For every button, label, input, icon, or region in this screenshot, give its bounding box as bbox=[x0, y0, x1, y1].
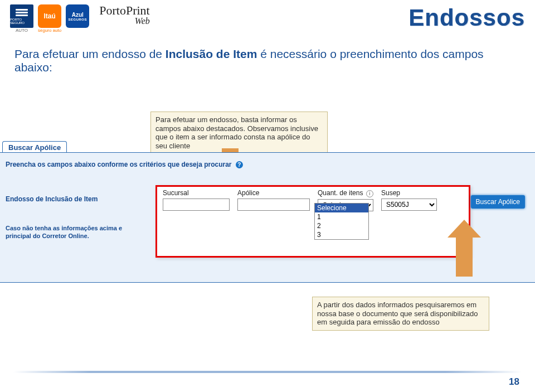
panel-instruction: Preencha os campos abaixo conforme os cr… bbox=[0, 153, 535, 171]
panel-tab[interactable]: Buscar Apólice bbox=[2, 141, 67, 153]
apolice-label: Apólice bbox=[237, 189, 310, 197]
itau-text: Itaú bbox=[38, 4, 61, 28]
panel-instruction-text: Preencha os campos abaixo conforme os cr… bbox=[6, 161, 231, 168]
porto-seguro-sub: AUTO bbox=[16, 28, 28, 33]
porto-seguro-text: PORTO SEGURO bbox=[10, 18, 33, 25]
dropdown-opt-2[interactable]: 2 bbox=[315, 221, 368, 230]
arrow-up-icon bbox=[456, 238, 473, 277]
search-panel: Preencha os campos abaixo conforme os cr… bbox=[0, 152, 535, 283]
callout-bottom: A partir dos dados informados pesquisare… bbox=[312, 297, 489, 331]
panel-hint-1: Caso não tenha as informações acima e bbox=[6, 224, 122, 232]
susep-label: Susep bbox=[381, 189, 437, 197]
portoprint-web: Web bbox=[135, 17, 150, 26]
azul-text: Azul bbox=[72, 12, 84, 18]
azul-sub: SEGUROS bbox=[69, 18, 87, 21]
highlighted-fields: Sucursal Apólice Quant. de itens i Selec… bbox=[155, 185, 470, 258]
quant-dropdown-list[interactable]: Selecione 1 2 3 bbox=[314, 203, 369, 240]
portoprint-text: PortoPrint bbox=[99, 4, 149, 17]
azul-logo: Azul SEGUROS bbox=[66, 4, 89, 28]
itau-sub: seguro auto bbox=[38, 28, 61, 33]
susep-select[interactable]: S5005J bbox=[381, 199, 437, 211]
page-title: Endossos bbox=[408, 4, 525, 31]
instruction-text: Para efetuar um endosso de Inclusão de I… bbox=[0, 36, 535, 78]
itau-logo: Itaú seguro auto bbox=[38, 4, 61, 33]
logo-row: PORTO SEGURO AUTO Itaú seguro auto Azul … bbox=[10, 4, 150, 33]
porto-seguro-logo: PORTO SEGURO AUTO bbox=[10, 4, 33, 33]
buscar-apolice-button[interactable]: Buscar Apólice bbox=[471, 195, 525, 209]
dropdown-opt-1[interactable]: 1 bbox=[315, 212, 368, 221]
quant-label-text: Quant. de itens bbox=[318, 189, 363, 197]
apolice-input[interactable] bbox=[237, 199, 310, 211]
footer-divider bbox=[13, 371, 522, 373]
info-icon[interactable]: i bbox=[366, 190, 373, 197]
arrow-up-head-icon bbox=[448, 220, 481, 238]
sucursal-label: Sucursal bbox=[163, 189, 230, 197]
callout-top: Para efetuar um endosso, basta informar … bbox=[150, 112, 328, 154]
dropdown-opt-3[interactable]: 3 bbox=[315, 230, 368, 239]
sucursal-input[interactable] bbox=[163, 199, 230, 211]
header: PORTO SEGURO AUTO Itaú seguro auto Azul … bbox=[0, 0, 535, 36]
quant-label: Quant. de itens i bbox=[318, 189, 373, 197]
instr-bold: Inclusão de Item bbox=[166, 47, 257, 60]
panel-hint-2: principal do Corretor Online. bbox=[6, 232, 122, 240]
help-icon[interactable]: ? bbox=[236, 161, 243, 168]
portoprint-logo: PortoPrint Web bbox=[99, 4, 149, 26]
panel-hint: Caso não tenha as informações acima e pr… bbox=[6, 224, 122, 240]
instr-part1: Para efetuar um endosso de bbox=[14, 47, 166, 60]
page-number: 18 bbox=[509, 376, 519, 388]
dropdown-opt-selecione[interactable]: Selecione bbox=[315, 204, 368, 212]
endosso-type-label: Endosso de Inclusão de Item bbox=[6, 195, 98, 203]
